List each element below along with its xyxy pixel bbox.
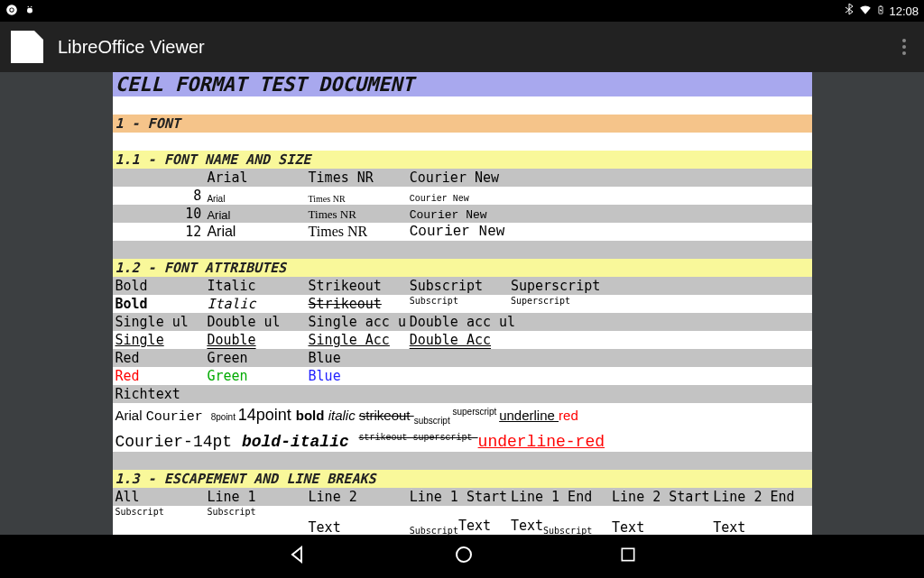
battery-charging-icon [876,4,885,19]
android-nav-bar [0,535,924,578]
overflow-menu-button[interactable] [895,32,913,62]
size-label: 8 [113,187,205,205]
col-header: All [113,488,205,506]
cell: TextSubscript [508,506,609,535]
cell-red: Red [113,367,205,385]
svg-point-8 [457,547,471,562]
col-header: Line 2 Start [609,488,710,506]
svg-point-4 [31,5,32,6]
cell-ul-single: Single [113,331,205,349]
cell: Times NR [306,205,407,223]
table-row: Subscript Subscript Text SubscriptText T… [113,506,812,535]
cell: Courier New [407,187,508,205]
table-row: 10 Arial Times NR Courier New [113,205,812,223]
cell-subscript: Subscript [407,295,508,313]
col-header: Bold [113,277,205,295]
document-viewport[interactable]: CELL FORMAT TEST DOCUMENT 1 - FONT 1.1 -… [0,72,924,535]
svg-point-3 [28,5,29,6]
table-row: Bold Italic Strikeout Subscript Superscr… [113,295,812,313]
spreadsheet-table: CELL FORMAT TEST DOCUMENT 1 - FONT 1.1 -… [113,72,812,535]
cell: Text [710,506,811,535]
table-row: Arial Courier 8point 14point bold italic… [113,403,812,427]
spacer [113,133,812,151]
cell-ul-double: Double [204,331,305,349]
status-time: 12:08 [889,5,919,18]
col-header: Red [113,349,205,367]
svg-point-2 [10,8,14,12]
cell-ul-double-acc: Double Acc [407,331,508,349]
cell-strike: Strikeout [306,295,407,313]
size-label: 10 [113,205,205,223]
col-header: Single ul [113,313,205,331]
cell-superscript: Superscript [508,295,609,313]
cell: Arial [204,205,305,223]
nav-back-button[interactable] [287,544,309,569]
svg-rect-7 [881,5,882,6]
richtext-label: Richtext [113,385,812,403]
svg-rect-5 [27,7,32,13]
col-header: Line 1 Start [407,488,508,506]
col-header: Line 2 [306,488,407,506]
cell: Times NR [306,187,407,205]
nav-home-button[interactable] [453,544,475,569]
table-row: Single ul Double ul Single acc ul Double… [113,313,812,331]
cell: Times NR [306,223,407,241]
col-header: Strikeout [306,277,407,295]
col-header: Subscript [407,277,508,295]
doc-title: CELL FORMAT TEST DOCUMENT [113,72,812,96]
col-header: Times NR [306,169,407,187]
section-1-2: 1.2 - FONT ATTRIBUTES [113,259,812,277]
app-title: LibreOffice Viewer [58,37,205,58]
spacer [113,241,812,259]
cell-blue: Blue [306,367,407,385]
svg-rect-9 [622,548,633,560]
table-row: 8 Arial Times NR Courier New [113,187,812,205]
cell-italic: Italic [204,295,305,313]
col-header: Italic [204,277,305,295]
nav-recent-button[interactable] [619,546,637,567]
col-header: Double acc ul [407,313,609,331]
android-status-bar: 12:08 [0,0,924,22]
chrome-icon [5,4,18,19]
spacer [113,452,812,470]
section-1-3: 1.3 - ESCAPEMENT AND LINE BREAKS [113,470,812,488]
size-label: 12 [113,223,205,241]
col-header: Courier New [407,169,508,187]
col-header: Double ul [204,313,305,331]
table-row: 12 Arial Times NR Courier New [113,223,812,241]
table-row: All Line 1 Line 2 Line 1 Start Line 1 En… [113,488,812,506]
cell: Text [306,506,407,535]
app-bar: LibreOffice Viewer [0,22,924,72]
cell: Arial [204,187,305,205]
col-header: Superscript [508,277,609,295]
richtext-cell-1: Arial Courier 8point 14point bold italic… [113,403,812,427]
col-header: Arial [204,169,305,187]
cell: Subscript [204,506,305,535]
cell: Courier New [407,223,508,241]
cell: SubscriptText [407,506,508,535]
cell: Arial [204,223,305,241]
table-row: Single Double Single Acc Double Acc [113,331,812,349]
richtext-cell-2: Courier-14pt bold-italic strikeout-super… [113,427,812,452]
cell: Text [609,506,710,535]
table-row: Red Green Blue [113,349,812,367]
cell-ul-single-acc: Single Acc [306,331,407,349]
wifi-icon [858,4,873,19]
table-row: Courier-14pt bold-italic strikeout-super… [113,427,812,452]
document-page: CELL FORMAT TEST DOCUMENT 1 - FONT 1.1 -… [113,72,812,535]
col-header: Single acc ul [306,313,407,331]
table-row: Red Green Blue [113,367,812,385]
col-header: Line 1 [204,488,305,506]
bluetooth-icon [844,4,855,19]
cell-bold: Bold [113,295,205,313]
col-header: Green [204,349,305,367]
spacer [113,96,812,115]
libreoffice-icon [11,31,43,63]
table-row: Arial Times NR Courier New [113,169,812,187]
cell: Subscript [113,506,205,535]
cell: Courier New [407,205,508,223]
col-header: Line 2 End [710,488,811,506]
col-header: Blue [306,349,407,367]
table-row: Bold Italic Strikeout Subscript Superscr… [113,277,812,295]
cell-green: Green [204,367,305,385]
